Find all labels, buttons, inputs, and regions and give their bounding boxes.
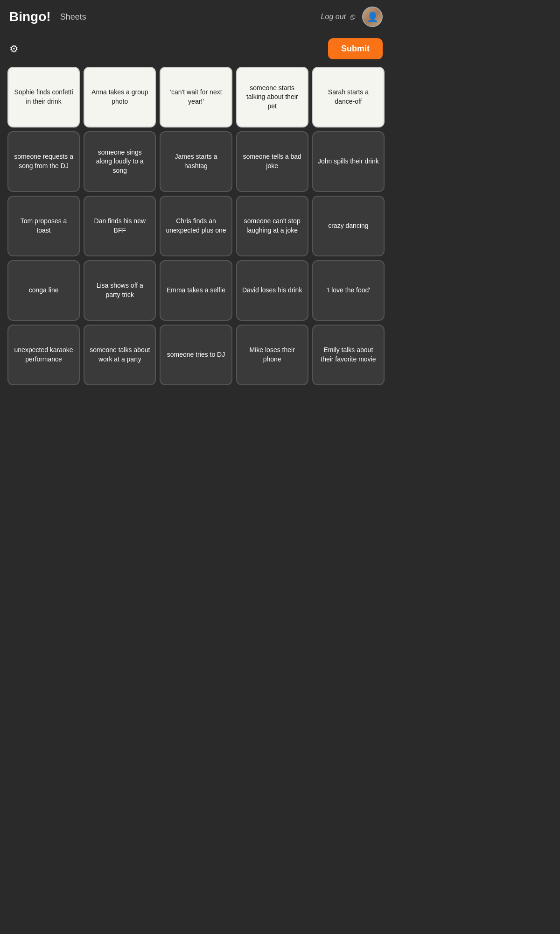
bingo-grid: Sophie finds confetti in their drinkAnna… [0, 67, 392, 385]
bingo-cell-text-16: conga line [29, 286, 59, 295]
bingo-cell-21[interactable]: unexpected karaoke performance [7, 325, 80, 385]
bingo-cell-20[interactable]: 'I love the food' [312, 260, 385, 321]
settings-button[interactable]: ⚙ [9, 43, 19, 55]
bingo-cell-14[interactable]: someone can't stop laughing at a joke [236, 196, 308, 256]
bingo-cell-text-11: Tom proposes a toast [13, 217, 74, 235]
logout-icon: ⎋ [350, 12, 355, 22]
bingo-cell-15[interactable]: crazy dancing [312, 196, 385, 256]
logout-button[interactable]: Log out ⎋ [321, 12, 355, 22]
bingo-cell-text-5: Sarah starts a dance-off [318, 88, 379, 106]
avatar[interactable]: 👤 [362, 7, 383, 27]
bingo-cell-text-10: John spills their drink [318, 157, 379, 166]
bingo-cell-2[interactable]: Anna takes a group photo [84, 67, 156, 127]
bingo-cell-17[interactable]: Lisa shows off a party trick [84, 260, 156, 321]
bingo-cell-text-3: 'can't wait for next year!' [165, 88, 226, 106]
bingo-cell-8[interactable]: James starts a hashtag [160, 131, 232, 192]
bingo-cell-22[interactable]: someone talks about work at a party [84, 325, 156, 385]
header: Bingo! Sheets Log out ⎋ 👤 [0, 0, 392, 34]
bingo-cell-24[interactable]: Mike loses their phone [236, 325, 308, 385]
gear-icon: ⚙ [9, 43, 19, 55]
bingo-cell-1[interactable]: Sophie finds confetti in their drink [7, 67, 80, 127]
toolbar: ⚙ Submit [0, 34, 392, 67]
bingo-cell-text-24: Mike loses their phone [242, 346, 303, 364]
bingo-cell-11[interactable]: Tom proposes a toast [7, 196, 80, 256]
bingo-cell-text-14: someone can't stop laughing at a joke [242, 217, 303, 235]
bingo-cell-5[interactable]: Sarah starts a dance-off [312, 67, 385, 127]
avatar-image: 👤 [363, 7, 382, 27]
bingo-cell-text-4: someone starts talking about their pet [242, 84, 303, 111]
bingo-cell-text-25: Emily talks about their favorite movie [318, 346, 379, 364]
bingo-cell-18[interactable]: Emma takes a selfie [160, 260, 232, 321]
bingo-cell-text-6: someone requests a song from the DJ [13, 152, 74, 170]
bingo-cell-13[interactable]: Chris finds an unexpected plus one [160, 196, 232, 256]
bingo-cell-9[interactable]: someone tells a bad joke [236, 131, 308, 192]
bingo-cell-3[interactable]: 'can't wait for next year!' [160, 67, 232, 127]
bingo-cell-25[interactable]: Emily talks about their favorite movie [312, 325, 385, 385]
bingo-cell-12[interactable]: Dan finds his new BFF [84, 196, 156, 256]
bingo-cell-text-20: 'I love the food' [327, 286, 370, 295]
logout-label: Log out [321, 13, 346, 21]
bingo-cell-23[interactable]: someone tries to DJ [160, 325, 232, 385]
bingo-cell-text-13: Chris finds an unexpected plus one [165, 217, 226, 235]
app-logo: Bingo! [9, 9, 51, 24]
bingo-cell-text-12: Dan finds his new BFF [89, 217, 150, 235]
bingo-cell-7[interactable]: someone sings along loudly to a song [84, 131, 156, 192]
bingo-cell-10[interactable]: John spills their drink [312, 131, 385, 192]
bingo-cell-text-15: crazy dancing [328, 221, 368, 231]
bingo-cell-text-23: someone tries to DJ [167, 350, 225, 360]
bingo-cell-text-7: someone sings along loudly to a song [89, 148, 150, 176]
bingo-cell-text-18: Emma takes a selfie [167, 286, 225, 295]
bingo-cell-text-2: Anna takes a group photo [89, 88, 150, 106]
bingo-cell-text-17: Lisa shows off a party trick [89, 281, 150, 299]
bingo-cell-text-19: David loses his drink [242, 286, 302, 295]
bingo-cell-text-1: Sophie finds confetti in their drink [13, 88, 74, 106]
bingo-cell-text-9: someone tells a bad joke [242, 152, 303, 170]
bingo-cell-6[interactable]: someone requests a song from the DJ [7, 131, 80, 192]
bingo-cell-4[interactable]: someone starts talking about their pet [236, 67, 308, 127]
submit-button[interactable]: Submit [328, 38, 383, 59]
bingo-cell-text-21: unexpected karaoke performance [13, 346, 74, 364]
bingo-cell-19[interactable]: David loses his drink [236, 260, 308, 321]
bingo-cell-16[interactable]: conga line [7, 260, 80, 321]
bingo-cell-text-8: James starts a hashtag [165, 152, 226, 170]
bingo-cell-text-22: someone talks about work at a party [89, 346, 150, 364]
sheets-link[interactable]: Sheets [60, 12, 86, 22]
